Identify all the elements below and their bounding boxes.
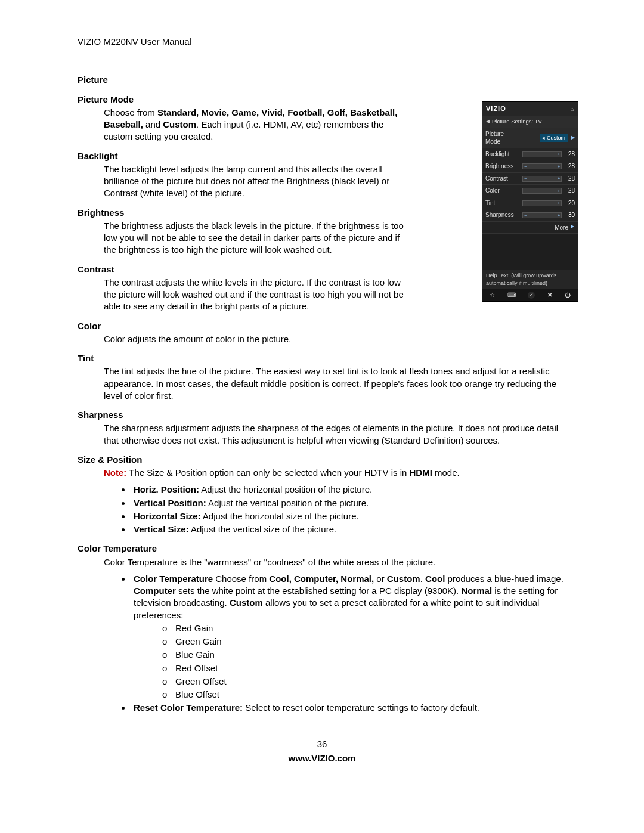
list-item: Horizontal Size: Adjust the horizontal s… [131,510,566,522]
osd-row-value: 28 [564,162,575,171]
osd-row-label: Brightness [485,162,520,171]
osd-slider-row[interactable]: Brightness −+ 28 [482,160,578,173]
footer: 36 www.VIZIO.com [78,738,566,765]
osd-more-row[interactable]: More ▶ [482,222,578,234]
paragraph-size-position-note: Note: The Size & Position option can onl… [104,467,566,479]
minus-icon: − [524,189,527,193]
heading-brightness: Brightness [78,207,388,219]
list-item: Green Gain [160,636,566,648]
paragraph-color: Color adjusts the amount of color in the… [104,333,566,345]
check-icon[interactable]: ✓ [528,292,535,299]
osd-row-value: 28 [564,175,575,183]
paragraph-picture-mode: Choose from Standard, Movie, Game, Vivid… [104,107,414,143]
osd-spacer [482,234,578,270]
chevron-right-icon: ▶ [571,135,575,141]
color-temp-list: Color Temperature Choose from Cool, Comp… [131,573,566,714]
osd-row-label: Contrast [485,175,520,183]
slider-track[interactable]: −+ [522,212,562,218]
osd-logo: VIZIO [486,104,506,113]
color-temp-sublist: Red Gain Green Gain Blue Gain Red Offset… [160,623,566,701]
paragraph-color-temp-intro: Color Temperature is the "warmness" or "… [104,556,566,568]
osd-footer-bar: ☆ ⌨ ✓ ✕ ⏻ [482,289,578,301]
osd-more-label: More [555,224,568,232]
osd-mode-label: Picture Mode [485,130,520,146]
osd-header: VIZIO ⌂ [482,102,578,116]
slider-track[interactable]: −+ [522,200,562,206]
minus-icon: − [524,176,527,181]
size-position-list: Horiz. Position: Adjust the horizontal p… [131,484,566,535]
osd-mode-value: ◂ Custom [540,134,568,142]
osd-row-label: Color [485,187,520,195]
osd-slider-row[interactable]: Sharpness −+ 30 [482,209,578,222]
list-item: Red Gain [160,623,566,634]
keyboard-icon[interactable]: ⌨ [507,292,516,298]
plus-icon: + [558,165,560,169]
osd-slider-row[interactable]: Backlight −+ 28 [482,148,578,161]
plus-icon: + [558,152,560,156]
paragraph-sharpness: The sharpness adjustment adjusts the sha… [104,422,566,447]
footer-url: www.VIZIO.com [78,753,566,764]
plus-icon: + [558,213,560,218]
heading-backlight: Backlight [78,150,388,162]
heading-tint: Tint [78,352,388,364]
home-icon[interactable]: ⌂ [571,105,574,113]
slider-track[interactable]: −+ [522,188,562,194]
chevron-left-icon: ◀ [486,119,490,125]
osd-slider-row[interactable]: Tint −+ 20 [482,197,578,210]
list-item: Color Temperature Choose from Cool, Comp… [131,573,566,701]
osd-help-text: Help Text. (Will grow upwards automatica… [482,270,578,289]
star-icon[interactable]: ☆ [490,292,495,298]
osd-breadcrumb-text: Picture Settings: TV [492,118,542,126]
slider-track[interactable]: −+ [522,151,562,157]
document-header: VIZIO M220NV User Manual [78,36,566,48]
osd-row-label: Backlight [485,150,520,159]
list-item: Green Offset [160,676,566,688]
heading-picture-mode: Picture Mode [78,94,388,106]
list-item: Reset Color Temperature: Select to reset… [131,702,566,714]
list-item: Vertical Size: Adjust the vertical size … [131,524,566,535]
list-item: Blue Offset [160,689,566,701]
slider-track[interactable]: −+ [522,176,562,182]
osd-slider-row[interactable]: Contrast −+ 28 [482,173,578,185]
osd-picture-mode-row[interactable]: Picture Mode ◂ Custom ▶ [482,128,578,148]
osd-row-value: 28 [564,150,575,159]
heading-color-temperature: Color Temperature [78,543,388,555]
plus-icon: + [558,176,560,181]
heading-contrast: Contrast [78,264,388,275]
osd-row-value: 28 [564,187,575,195]
osd-row-value: 30 [564,211,575,219]
slider-track[interactable]: −+ [522,163,562,169]
heading-sharpness: Sharpness [78,409,388,421]
osd-row-value: 20 [564,199,575,208]
list-item: Horiz. Position: Adjust the horizontal p… [131,484,566,496]
paragraph-backlight: The backlight level adjusts the lamp cur… [104,163,414,200]
osd-row-label: Sharpness [485,211,520,219]
minus-icon: − [524,213,527,218]
paragraph-contrast: The contrast adjusts the white levels in… [104,277,414,313]
paragraph-tint: The tint adjusts the hue of the picture.… [104,366,566,402]
minus-icon: − [524,201,527,205]
close-icon[interactable]: ✕ [547,292,552,298]
osd-breadcrumb[interactable]: ◀ Picture Settings: TV [482,116,578,128]
plus-icon: + [558,201,560,205]
list-item: Vertical Position: Adjust the vertical p… [131,497,566,509]
osd-slider-row[interactable]: Color −+ 28 [482,185,578,197]
minus-icon: − [524,152,527,156]
main-content: VIZIO ⌂ ◀ Picture Settings: TV Picture M… [78,74,566,714]
section-picture-heading: Picture [78,74,566,86]
list-item: Blue Gain [160,649,566,661]
power-icon[interactable]: ⏻ [565,292,571,298]
osd-row-label: Tint [485,199,520,208]
page-number: 36 [78,738,566,750]
osd-panel: VIZIO ⌂ ◀ Picture Settings: TV Picture M… [482,101,578,301]
plus-icon: + [558,189,560,193]
chevron-right-icon: ▶ [571,224,574,232]
paragraph-brightness: The brightness adjusts the black levels … [104,220,414,256]
heading-color: Color [78,320,388,332]
heading-size-position: Size & Position [78,454,388,466]
minus-icon: − [524,165,527,169]
list-item: Red Offset [160,662,566,674]
